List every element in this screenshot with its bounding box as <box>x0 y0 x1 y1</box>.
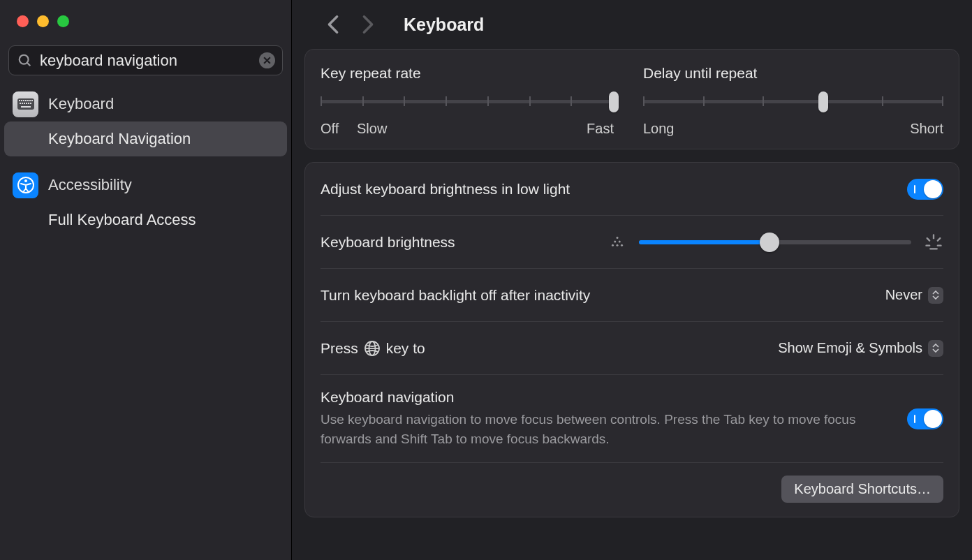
svg-rect-10 <box>29 100 31 101</box>
delay-scale: Long Short <box>643 121 943 137</box>
svg-rect-14 <box>24 103 25 104</box>
auto-brightness-toggle[interactable] <box>907 179 943 200</box>
search-field[interactable] <box>8 45 283 75</box>
auto-brightness-row: Adjust keyboard brightness in low light <box>321 163 943 216</box>
repeat-panel: Key repeat rate Off Slow Fast Delay unti… <box>304 49 959 149</box>
sidebar-sub-full-keyboard-access[interactable]: Full Keyboard Access <box>4 202 287 237</box>
globe-icon <box>364 340 381 357</box>
backlight-off-value: Never <box>885 287 922 303</box>
keyboard-brightness-label: Keyboard brightness <box>321 234 455 251</box>
sidebar: Keyboard Keyboard Navigation Accessibili… <box>0 0 292 560</box>
delay-until-repeat-label: Delay until repeat <box>643 65 943 82</box>
delay-until-repeat-slider[interactable] <box>643 91 943 112</box>
keyboard-navigation-row: Keyboard navigation Use keyboard navigat… <box>321 375 943 463</box>
window-controls <box>0 0 291 27</box>
settings-panel: Adjust keyboard brightness in low light … <box>304 162 959 517</box>
svg-rect-9 <box>27 100 29 101</box>
svg-line-29 <box>938 238 941 241</box>
backlight-off-popup[interactable]: Never <box>885 287 943 304</box>
sidebar-item-keyboard[interactable]: Keyboard <box>4 87 287 121</box>
search-input[interactable] <box>33 52 259 70</box>
header: Keyboard <box>292 0 972 49</box>
brightness-low-icon <box>608 233 626 251</box>
svg-rect-18 <box>21 106 31 108</box>
back-button[interactable] <box>325 13 341 36</box>
svg-point-23 <box>621 244 623 246</box>
svg-point-0 <box>20 54 29 64</box>
svg-rect-8 <box>25 100 27 101</box>
svg-rect-7 <box>23 100 24 101</box>
keyboard-brightness-slider[interactable] <box>639 240 911 244</box>
clear-search-button[interactable] <box>259 52 275 68</box>
sidebar-item-label: Keyboard <box>48 95 114 113</box>
minimize-window-button[interactable] <box>37 15 49 27</box>
sidebar-results: Keyboard Keyboard Navigation Accessibili… <box>0 82 291 253</box>
auto-brightness-label: Adjust keyboard brightness in low light <box>321 181 570 198</box>
globe-key-row: Press key to Show Emoji & Symbols <box>321 322 943 375</box>
backlight-off-row: Turn keyboard backlight off after inacti… <box>321 269 943 322</box>
sidebar-sub-keyboard-navigation[interactable]: Keyboard Navigation <box>4 121 287 156</box>
main-content: Keyboard Key repeat rate Off Slow Fast <box>292 0 972 560</box>
svg-point-22 <box>616 244 618 246</box>
close-window-button[interactable] <box>17 15 29 27</box>
svg-rect-16 <box>28 103 29 104</box>
sidebar-sub-label: Full Keyboard Access <box>48 211 196 229</box>
globe-key-value: Show Emoji & Symbols <box>778 340 922 356</box>
sidebar-item-accessibility[interactable]: Accessibility <box>4 168 287 202</box>
svg-rect-6 <box>21 100 22 101</box>
sidebar-sub-label: Keyboard Navigation <box>48 130 191 148</box>
svg-point-25 <box>619 240 621 242</box>
sidebar-item-label: Accessibility <box>48 176 132 194</box>
svg-line-28 <box>927 238 930 241</box>
keyboard-icon <box>13 91 38 117</box>
popup-chevrons-icon <box>928 287 943 304</box>
keyboard-navigation-toggle[interactable] <box>907 408 943 429</box>
keyboard-shortcuts-button[interactable]: Keyboard Shortcuts… <box>781 476 943 503</box>
scale-long: Long <box>643 121 675 137</box>
svg-point-21 <box>612 244 614 246</box>
svg-point-26 <box>616 236 618 238</box>
scale-fast: Fast <box>587 121 614 137</box>
chevron-left-icon <box>327 15 339 34</box>
key-repeat-rate-slider[interactable] <box>321 91 614 112</box>
svg-rect-15 <box>26 103 27 104</box>
svg-rect-17 <box>30 103 31 104</box>
svg-point-24 <box>614 240 616 242</box>
key-repeat-rate-label: Key repeat rate <box>321 65 614 82</box>
accessibility-icon <box>13 172 38 198</box>
keyboard-navigation-label: Keyboard navigation <box>321 389 896 406</box>
svg-rect-11 <box>31 100 33 101</box>
zoom-window-button[interactable] <box>57 15 69 27</box>
search-icon <box>17 53 33 68</box>
scale-short: Short <box>910 121 943 137</box>
backlight-off-label: Turn keyboard backlight off after inacti… <box>321 287 590 304</box>
svg-rect-12 <box>20 103 21 104</box>
page-title: Keyboard <box>404 15 484 35</box>
svg-rect-13 <box>22 103 23 104</box>
delay-until-repeat-group: Delay until repeat Long Short <box>643 65 943 138</box>
key-repeat-scale: Off Slow Fast <box>321 121 614 138</box>
brightness-high-icon <box>924 233 943 252</box>
forward-button <box>360 13 376 36</box>
globe-label-pre: Press <box>321 340 358 357</box>
x-icon <box>263 56 272 65</box>
keyboard-brightness-row: Keyboard brightness <box>321 216 943 269</box>
globe-label-post: key to <box>386 340 425 357</box>
chevron-right-icon <box>362 15 374 34</box>
popup-chevrons-icon <box>928 340 943 357</box>
scale-off: Off <box>321 121 339 137</box>
svg-point-20 <box>24 179 27 182</box>
scale-slow: Slow <box>357 121 387 137</box>
svg-rect-5 <box>19 100 20 101</box>
globe-key-popup[interactable]: Show Emoji & Symbols <box>778 340 943 357</box>
keyboard-navigation-desc: Use keyboard navigation to move focus be… <box>321 410 879 448</box>
svg-line-1 <box>27 62 31 66</box>
key-repeat-rate-group: Key repeat rate Off Slow Fast <box>321 65 614 138</box>
